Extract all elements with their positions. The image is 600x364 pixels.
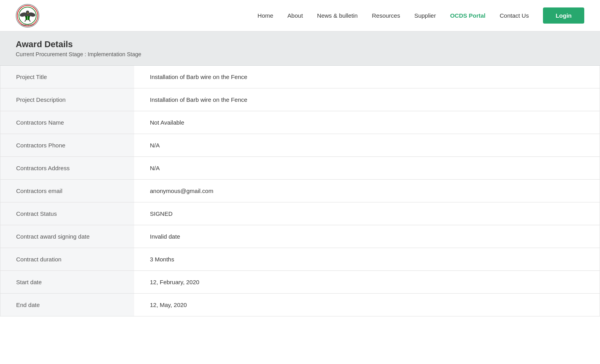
nav-supplier[interactable]: Supplier (414, 12, 436, 19)
table-row: Contractors emailanonymous@gmail.com (0, 180, 600, 202)
table-row: Contract award signing dateInvalid date (0, 225, 600, 248)
field-label: Contract award signing date (0, 225, 134, 248)
nav-ocds-portal[interactable]: OCDS Portal (450, 12, 486, 19)
table-row: Project DescriptionInstallation of Barb … (0, 88, 600, 111)
page-header: Award Details Current Procurement Stage … (0, 31, 600, 66)
main-nav: Home About News & bulletin Resources Sup… (258, 7, 584, 24)
procurement-stage: Current Procurement Stage : Implementati… (16, 51, 584, 57)
table-row: Contract StatusSIGNED (0, 202, 600, 225)
field-value: Invalid date (134, 225, 600, 248)
field-value: N/A (134, 134, 600, 157)
nav-resources[interactable]: Resources (372, 12, 400, 19)
nav-home[interactable]: Home (258, 12, 273, 19)
site-header: ANAMBRA STATE Home About News & bulletin… (0, 0, 600, 31)
nav-contact-us[interactable]: Contact Us (500, 12, 529, 19)
field-label: Start date (0, 271, 134, 294)
field-value: 12, May, 2020 (134, 294, 600, 316)
award-details-table: Project TitleInstallation of Barb wire o… (0, 66, 600, 316)
table-row: Contractors PhoneN/A (0, 134, 600, 157)
nav-news-bulletin[interactable]: News & bulletin (317, 12, 358, 19)
table-row: Contractors NameNot Available (0, 111, 600, 134)
field-label: Contract Status (0, 202, 134, 225)
field-label: Contractors Name (0, 111, 134, 134)
field-label: Contractors email (0, 180, 134, 202)
field-label: Contract duration (0, 248, 134, 271)
table-row: Contract duration3 Months (0, 248, 600, 271)
field-label: Contractors Phone (0, 134, 134, 157)
award-details-table-wrapper: Project TitleInstallation of Barb wire o… (0, 66, 600, 316)
nav-about[interactable]: About (288, 12, 303, 19)
field-label: Project Title (0, 66, 134, 88)
field-label: Project Description (0, 88, 134, 111)
field-value: Not Available (134, 111, 600, 134)
site-logo: ANAMBRA STATE (16, 4, 39, 28)
field-value: anonymous@gmail.com (134, 180, 600, 202)
field-value: Installation of Barb wire on the Fence (134, 88, 600, 111)
page-title: Award Details (16, 39, 584, 50)
field-value: SIGNED (134, 202, 600, 225)
field-value: N/A (134, 157, 600, 180)
field-value: Installation of Barb wire on the Fence (134, 66, 600, 88)
svg-text:ANAMBRA STATE: ANAMBRA STATE (21, 24, 34, 26)
field-label: End date (0, 294, 134, 316)
field-value: 12, February, 2020 (134, 271, 600, 294)
table-row: End date12, May, 2020 (0, 294, 600, 316)
login-button[interactable]: Login (543, 7, 584, 24)
field-value: 3 Months (134, 248, 600, 271)
table-row: Contractors AddressN/A (0, 157, 600, 180)
field-label: Contractors Address (0, 157, 134, 180)
table-row: Project TitleInstallation of Barb wire o… (0, 66, 600, 88)
logo-icon: ANAMBRA STATE (17, 5, 38, 26)
logo-area: ANAMBRA STATE (16, 4, 39, 28)
table-row: Start date12, February, 2020 (0, 271, 600, 294)
